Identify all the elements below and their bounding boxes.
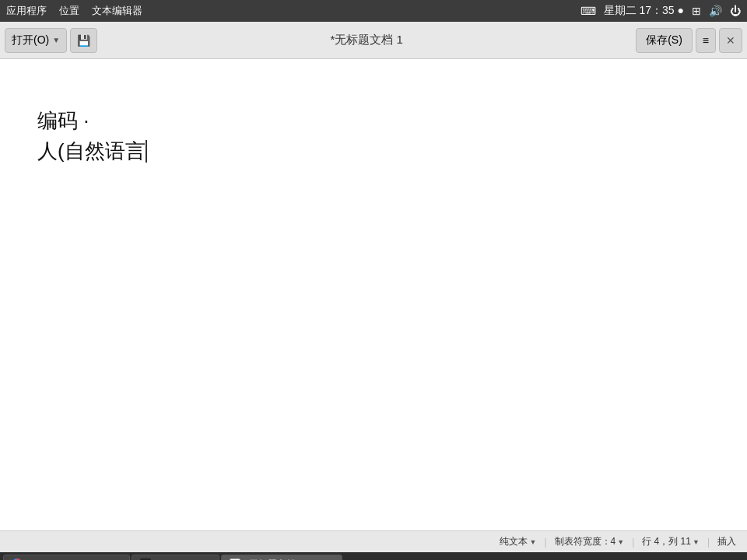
insert-mode-label: 插入 [717, 535, 736, 548]
text-type-arrow: ▼ [529, 538, 536, 546]
editor-content: 编码 · 人(自然语言 [0, 59, 747, 166]
open-button[interactable]: 打开(O) ▼ [5, 28, 67, 53]
tab-width-selector[interactable]: 制表符宽度：4 ▼ [550, 535, 630, 548]
close-button[interactable]: ✕ [719, 28, 742, 53]
editor-line-1: 编码 · [37, 106, 747, 136]
taskbar-item-chrome[interactable]: CASE Google Chrome [3, 555, 130, 560]
status-sep-2: | [632, 537, 634, 548]
tab-width-arrow: ▼ [617, 538, 624, 546]
status-bar: 纯文本 ▼ | 制表符宽度：4 ▼ | 行 4，列 11 ▼ | 插入 [0, 530, 747, 552]
hamburger-icon: ≡ [703, 34, 709, 47]
editor-area[interactable]: 编码 · 人(自然语言 [0, 59, 747, 530]
open-button-label: 打开(O) [12, 33, 49, 47]
text-type-selector[interactable]: 纯文本 ▼ [495, 535, 541, 548]
taskbar: CASE Google Chrome $ root@client:~ 📄 *无标… [0, 552, 747, 560]
cursor-position[interactable]: 行 4，列 11 ▼ [637, 535, 704, 548]
menu-text-editor[interactable]: 文本编辑器 [92, 4, 142, 18]
tab-width-label: 制表符宽度：4 [555, 535, 616, 548]
app-bar: 打开(O) ▼ 💾 *无标题文档 1 保存(S) ≡ ✕ [0, 22, 747, 59]
app-title: *无标题文档 1 [100, 33, 633, 47]
text-cursor [146, 140, 147, 163]
system-bar: 应用程序 位置 文本编辑器 ⌨ 星期二 17：35 ● ⊞ 🔊 ⏻ [0, 0, 747, 22]
position-arrow: ▼ [693, 538, 700, 546]
close-icon: ✕ [726, 34, 735, 47]
system-bar-right: ⌨ 星期二 17：35 ● ⊞ 🔊 ⏻ [580, 4, 741, 18]
taskbar-item-gedit[interactable]: 📄 *无标题文档 1 – gedit [221, 555, 342, 560]
keyboard-icon: ⌨ [580, 5, 596, 17]
editor-line-2: 人(自然语言 [37, 136, 747, 166]
hamburger-menu-button[interactable]: ≡ [696, 28, 716, 53]
system-bar-left: 应用程序 位置 文本编辑器 [6, 4, 142, 18]
save-button-label: 保存(S) [646, 33, 682, 47]
status-sep-3: | [707, 537, 710, 548]
insert-mode: 插入 [713, 535, 741, 548]
open-dropdown-arrow: ▼ [52, 36, 60, 44]
floppy-disk-icon: 💾 [77, 34, 90, 47]
text-type-label: 纯文本 [500, 535, 528, 548]
menu-applications[interactable]: 应用程序 [6, 4, 47, 18]
power-icon[interactable]: ⏻ [730, 5, 741, 17]
save-button[interactable]: 保存(S) [636, 28, 693, 53]
taskbar-gedit-label: *无标题文档 1 – gedit [245, 558, 334, 561]
datetime-display: 星期二 17：35 ● [604, 4, 684, 18]
network-icon: ⊞ [692, 5, 701, 17]
taskbar-item-terminal[interactable]: $ root@client:~ [132, 555, 219, 560]
cursor-position-label: 行 4，列 11 [642, 535, 691, 548]
menu-places[interactable]: 位置 [59, 4, 79, 18]
status-sep-1: | [544, 537, 546, 548]
volume-icon: 🔊 [709, 5, 722, 17]
save-icon-button[interactable]: 💾 [70, 28, 97, 53]
